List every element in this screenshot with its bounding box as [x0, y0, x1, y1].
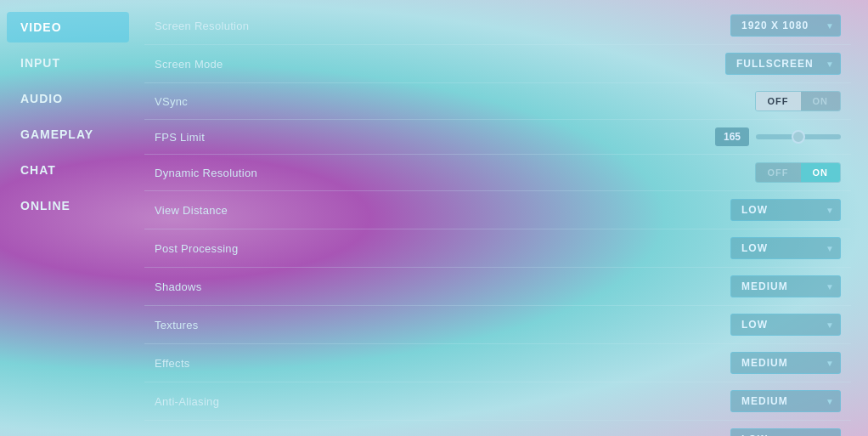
- settings-row-anti-aliasing: Anti-AliasingLOWMEDIUMHIGHEPIC: [144, 382, 851, 421]
- settings-row-reflections: ReflectionsLOWMEDIUMHIGHEPIC: [144, 421, 851, 436]
- dropdown-wrapper-post-processing: LOWMEDIUMHIGHEPIC: [730, 237, 841, 259]
- row-label-anti-aliasing: Anti-Aliasing: [155, 395, 219, 408]
- settings-row-vsync: VSyncOFFON: [144, 83, 851, 120]
- row-control-dynamic-resolution: OFFON: [755, 162, 842, 183]
- sidebar-item-video[interactable]: VIDEO: [7, 12, 129, 42]
- settings-row-textures: TexturesLOWMEDIUMHIGHEPIC: [144, 306, 851, 344]
- toggle-dynamic-resolution: OFFON: [755, 162, 842, 183]
- row-control-vsync: OFFON: [755, 91, 842, 111]
- sidebar-item-audio[interactable]: AUDIO: [7, 83, 129, 114]
- dropdown-shadows[interactable]: LOWMEDIUMHIGHEPIC: [730, 275, 841, 297]
- sidebar: VIDEOINPUTAUDIOGAMEPLAYCHATONLINE: [0, 0, 136, 436]
- dropdown-wrapper-reflections: LOWMEDIUMHIGHEPIC: [730, 428, 841, 436]
- dropdown-wrapper-screen-mode: FULLSCREENWINDOWEDBORDERLESS: [725, 53, 841, 75]
- sidebar-item-online[interactable]: ONLINE: [7, 190, 129, 221]
- dropdown-screen-mode[interactable]: FULLSCREENWINDOWEDBORDERLESS: [725, 53, 841, 75]
- settings-row-screen-mode: Screen ModeFULLSCREENWINDOWEDBORDERLESS: [144, 45, 851, 83]
- row-label-post-processing: Post Processing: [155, 242, 238, 255]
- dropdown-wrapper-effects: LOWMEDIUMHIGHEPIC: [730, 352, 841, 374]
- dropdown-wrapper-screen-resolution: 1920 X 10802560 X 14401280 X 720: [730, 14, 841, 37]
- row-control-reflections: LOWMEDIUMHIGHEPIC: [730, 428, 841, 436]
- main-content: Screen Resolution1920 X 10802560 X 14401…: [136, 0, 868, 436]
- dropdown-textures[interactable]: LOWMEDIUMHIGHEPIC: [730, 314, 841, 336]
- slider-value-fps-limit: 165: [715, 127, 749, 146]
- settings-row-shadows: ShadowsLOWMEDIUMHIGHEPIC: [144, 268, 851, 306]
- dropdown-reflections[interactable]: LOWMEDIUMHIGHEPIC: [730, 428, 841, 436]
- settings-row-view-distance: View DistanceLOWMEDIUMHIGHEPIC: [144, 191, 851, 229]
- row-label-view-distance: View Distance: [155, 204, 228, 217]
- row-control-fps-limit: 165: [715, 127, 841, 146]
- row-control-shadows: LOWMEDIUMHIGHEPIC: [730, 275, 841, 297]
- slider-input-fps-limit[interactable]: [756, 134, 841, 139]
- dropdown-anti-aliasing[interactable]: LOWMEDIUMHIGHEPIC: [730, 390, 841, 412]
- dropdown-wrapper-shadows: LOWMEDIUMHIGHEPIC: [730, 275, 841, 297]
- toggle-btn-vsync-off[interactable]: OFF: [756, 92, 801, 110]
- row-control-anti-aliasing: LOWMEDIUMHIGHEPIC: [730, 390, 841, 412]
- row-label-screen-resolution: Screen Resolution: [155, 20, 249, 32]
- dropdown-wrapper-anti-aliasing: LOWMEDIUMHIGHEPIC: [730, 390, 841, 412]
- dropdown-effects[interactable]: LOWMEDIUMHIGHEPIC: [730, 352, 841, 374]
- dropdown-wrapper-view-distance: LOWMEDIUMHIGHEPIC: [730, 199, 841, 221]
- row-label-screen-mode: Screen Mode: [155, 58, 223, 71]
- row-label-vsync: VSync: [155, 95, 188, 108]
- settings-row-fps-limit: FPS Limit165: [144, 120, 851, 155]
- sidebar-item-input[interactable]: INPUT: [7, 48, 129, 78]
- row-label-textures: Textures: [155, 319, 199, 331]
- row-control-post-processing: LOWMEDIUMHIGHEPIC: [730, 237, 841, 259]
- row-control-screen-mode: FULLSCREENWINDOWEDBORDERLESS: [725, 53, 841, 75]
- toggle-btn-dynamic-resolution-on[interactable]: ON: [801, 163, 841, 182]
- dropdown-view-distance[interactable]: LOWMEDIUMHIGHEPIC: [730, 199, 841, 221]
- slider-wrapper-fps-limit: 165: [715, 127, 841, 146]
- settings-row-post-processing: Post ProcessingLOWMEDIUMHIGHEPIC: [144, 229, 851, 268]
- row-label-reflections: Reflections: [155, 433, 212, 437]
- toggle-btn-dynamic-resolution-off[interactable]: OFF: [756, 163, 801, 182]
- row-control-screen-resolution: 1920 X 10802560 X 14401280 X 720: [730, 14, 841, 37]
- sidebar-item-gameplay[interactable]: GAMEPLAY: [7, 119, 129, 150]
- row-label-dynamic-resolution: Dynamic Resolution: [155, 167, 257, 179]
- settings-row-dynamic-resolution: Dynamic ResolutionOFFON: [144, 155, 851, 191]
- toggle-btn-vsync-on[interactable]: ON: [801, 92, 841, 110]
- row-control-effects: LOWMEDIUMHIGHEPIC: [730, 352, 841, 374]
- row-label-effects: Effects: [155, 357, 190, 370]
- dropdown-screen-resolution[interactable]: 1920 X 10802560 X 14401280 X 720: [730, 14, 841, 37]
- row-control-textures: LOWMEDIUMHIGHEPIC: [730, 314, 841, 336]
- row-control-view-distance: LOWMEDIUMHIGHEPIC: [730, 199, 841, 221]
- toggle-vsync: OFFON: [755, 91, 842, 111]
- dropdown-post-processing[interactable]: LOWMEDIUMHIGHEPIC: [730, 237, 841, 259]
- row-label-fps-limit: FPS Limit: [155, 131, 205, 144]
- sidebar-item-chat[interactable]: CHAT: [7, 155, 129, 185]
- row-label-shadows: Shadows: [155, 280, 202, 293]
- dropdown-wrapper-textures: LOWMEDIUMHIGHEPIC: [730, 314, 841, 336]
- settings-row-screen-resolution: Screen Resolution1920 X 10802560 X 14401…: [144, 7, 851, 45]
- settings-row-effects: EffectsLOWMEDIUMHIGHEPIC: [144, 344, 851, 382]
